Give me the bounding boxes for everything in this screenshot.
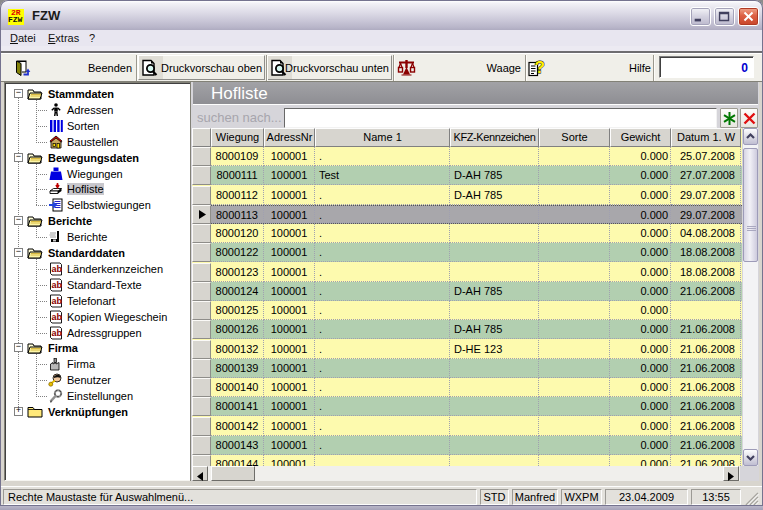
svg-text:ab: ab [51, 312, 62, 322]
svg-text:ab: ab [51, 280, 62, 290]
svg-text:ab: ab [51, 296, 62, 306]
svg-text:ab: ab [51, 264, 62, 274]
svg-text:ab: ab [51, 328, 62, 338]
